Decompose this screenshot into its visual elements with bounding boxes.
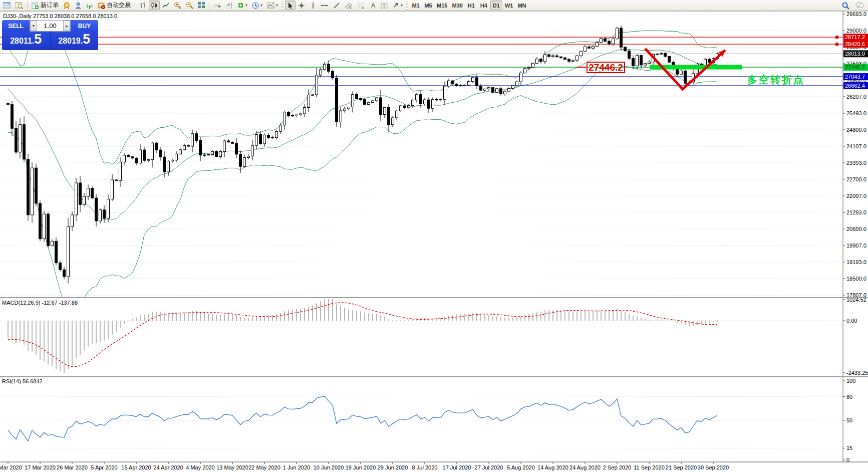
svg-text:15: 15 bbox=[846, 445, 852, 451]
tf-h1-button[interactable]: H1 bbox=[465, 1, 477, 10]
templates-button[interactable]: ▾ bbox=[265, 1, 280, 10]
macd-signal-line bbox=[8, 303, 717, 367]
svg-text:29000.0: 29000.0 bbox=[846, 28, 866, 34]
price-axis[interactable]: 29693.029000.028307.027593.026900.026207… bbox=[843, 11, 868, 463]
buy-price-button[interactable]: 28019.5 bbox=[51, 32, 99, 50]
tf-m15-button[interactable]: M15 bbox=[435, 1, 449, 10]
svg-text:18500.0: 18500.0 bbox=[846, 276, 866, 282]
macd-panel[interactable] bbox=[0, 299, 843, 373]
svg-text:19193.0: 19193.0 bbox=[846, 259, 866, 265]
chat-icon[interactable] bbox=[853, 1, 866, 10]
svg-text:22007.0: 22007.0 bbox=[846, 193, 866, 199]
zoom-out-button[interactable] bbox=[184, 1, 195, 10]
vertical-line-tool-button[interactable] bbox=[308, 1, 318, 10]
macd-indicator-label: MACD(12,26,9) -12.67 -137.88 bbox=[2, 300, 78, 306]
indicators-list-button[interactable] bbox=[61, 1, 72, 10]
svg-text:2 Sep 2020: 2 Sep 2020 bbox=[603, 464, 631, 470]
sell-price-pips: 5 bbox=[34, 32, 42, 47]
tf-m30-button[interactable]: M30 bbox=[450, 1, 464, 10]
zoom-in-button[interactable] bbox=[172, 1, 183, 10]
svg-text:27446.2: 27446.2 bbox=[845, 64, 865, 70]
periods-button[interactable]: ▾ bbox=[250, 1, 264, 10]
toolbar-grip bbox=[281, 2, 283, 10]
volume-input[interactable] bbox=[37, 22, 63, 30]
rsi-line bbox=[8, 396, 717, 441]
sell-button[interactable]: SELL bbox=[2, 20, 30, 32]
rsi-panel[interactable] bbox=[0, 396, 843, 448]
arrows-tool-button[interactable]: ▾ bbox=[391, 1, 405, 10]
svg-text:29693.0: 29693.0 bbox=[846, 11, 866, 17]
annotation-text[interactable]: 多空转折点 bbox=[747, 73, 805, 87]
sell-price-button[interactable]: 28011.5 bbox=[2, 32, 50, 50]
svg-text:5 Aug 2020: 5 Aug 2020 bbox=[507, 464, 535, 470]
text-tool-button[interactable]: A bbox=[368, 1, 378, 10]
bollinger-lower bbox=[8, 67, 717, 307]
buy-button[interactable]: BUY bbox=[71, 20, 98, 32]
volume-increase-button[interactable]: ▲ bbox=[63, 21, 70, 31]
line-handle[interactable] bbox=[835, 43, 838, 46]
tf-w1-button[interactable]: W1 bbox=[503, 1, 515, 10]
svg-text:100: 100 bbox=[846, 378, 855, 384]
profiles-button[interactable] bbox=[13, 1, 25, 10]
tf-mn-button[interactable]: MN bbox=[515, 1, 528, 10]
search-icon[interactable] bbox=[839, 1, 851, 10]
equidistant-channel-tool-button[interactable]: E bbox=[343, 1, 355, 10]
toolbar: 新订单 自动交易 ▾ ▾ bbox=[0, 0, 868, 11]
horizontal-line-tool-button[interactable] bbox=[319, 1, 331, 10]
text-label-tool-button[interactable]: T bbox=[379, 1, 390, 10]
fibonacci-tool-button[interactable]: F bbox=[355, 1, 367, 10]
tf-m1-button[interactable]: M1 bbox=[410, 1, 422, 10]
bollinger-upper bbox=[8, 31, 717, 164]
svg-text:17 Mar 2020: 17 Mar 2020 bbox=[25, 464, 56, 470]
new-order-button[interactable]: 新订单 bbox=[30, 1, 61, 10]
svg-text:28420.6: 28420.6 bbox=[845, 41, 865, 47]
svg-text:27043.7: 27043.7 bbox=[845, 74, 865, 80]
auto-scroll-button[interactable] bbox=[211, 1, 223, 10]
toolbar-separator bbox=[135, 2, 135, 10]
svg-text:80: 80 bbox=[846, 394, 852, 400]
buy-price-pips: 5 bbox=[83, 32, 90, 47]
svg-text:21293.0: 21293.0 bbox=[846, 209, 866, 215]
line-handle[interactable] bbox=[835, 36, 838, 39]
main-price-panel[interactable] bbox=[0, 14, 843, 307]
svg-text:30 Sep 2020: 30 Sep 2020 bbox=[698, 464, 729, 470]
svg-text:T: T bbox=[383, 4, 386, 9]
chart-shift-button[interactable] bbox=[223, 1, 235, 10]
volume-decrease-button[interactable]: ▼ bbox=[30, 21, 37, 31]
svg-text:23393.0: 23393.0 bbox=[846, 160, 866, 166]
candlestick-chart-type-button[interactable] bbox=[149, 1, 160, 10]
date-axis[interactable]: 6 Mar 202017 Mar 202026 Mar 20205 Apr 20… bbox=[0, 462, 729, 470]
tf-m5-button[interactable]: M5 bbox=[422, 1, 434, 10]
one-click-trading-panel: SELL ▼ ▲ BUY 28011.5 28019.5 bbox=[2, 20, 98, 50]
autotrading-button[interactable]: 自动交易 bbox=[96, 1, 133, 10]
metaeditor-button[interactable] bbox=[73, 1, 84, 10]
add-indicator-button[interactable]: ▾ bbox=[235, 1, 249, 10]
tile-windows-button[interactable] bbox=[196, 1, 207, 10]
svg-text:E: E bbox=[350, 6, 352, 9]
chart-window[interactable]: 29693.029000.028307.027593.026900.026207… bbox=[0, 11, 868, 472]
signals-button[interactable] bbox=[84, 1, 95, 10]
svg-text:27 Jul 2020: 27 Jul 2020 bbox=[475, 464, 503, 470]
periods-caret: ▾ bbox=[260, 3, 262, 8]
trend-line-tool-button[interactable] bbox=[331, 1, 342, 10]
price-callout-box[interactable]: 27446.2 bbox=[587, 62, 625, 73]
tf-d1-button[interactable]: D1 bbox=[490, 1, 502, 10]
svg-text:13 May 2020: 13 May 2020 bbox=[216, 464, 248, 470]
svg-text:17 Jul 2020: 17 Jul 2020 bbox=[443, 464, 471, 470]
new-chart-button[interactable] bbox=[1, 1, 13, 10]
cursor-tool-button[interactable] bbox=[285, 1, 296, 10]
svg-text:26662.4: 26662.4 bbox=[845, 83, 865, 89]
svg-text:24 Apr 2020: 24 Apr 2020 bbox=[153, 464, 183, 470]
bar-chart-type-button[interactable] bbox=[137, 1, 148, 10]
buy-price: 28019. bbox=[58, 32, 83, 46]
svg-text:0.00: 0.00 bbox=[846, 318, 857, 324]
templates-caret: ▾ bbox=[276, 3, 278, 8]
svg-text:24107.0: 24107.0 bbox=[846, 143, 866, 149]
svg-text:29 Jun 2020: 29 Jun 2020 bbox=[378, 464, 408, 470]
rsi-indicator-label: RSI(14) 56.6842 bbox=[2, 378, 43, 384]
tf-h4-button[interactable]: H4 bbox=[478, 1, 490, 10]
svg-text:4 May 2020: 4 May 2020 bbox=[186, 464, 214, 470]
chart-canvas[interactable]: 29693.029000.028307.027593.026900.026207… bbox=[0, 11, 868, 472]
line-chart-type-button[interactable] bbox=[160, 1, 171, 10]
crosshair-tool-button[interactable] bbox=[296, 1, 307, 10]
